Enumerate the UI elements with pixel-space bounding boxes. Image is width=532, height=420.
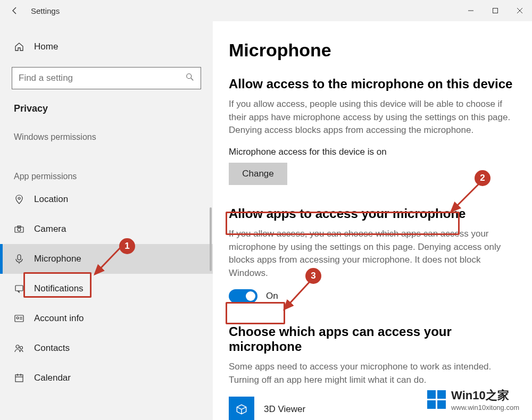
- device-access-status: Microphone access for this device is on: [229, 147, 516, 157]
- window-title: Settings: [31, 6, 60, 15]
- maximize-button[interactable]: [483, 0, 508, 21]
- minimize-button[interactable]: [459, 0, 483, 21]
- section-choose-apps-title: Choose which apps can access your microp…: [229, 324, 516, 354]
- home-icon: [14, 41, 24, 52]
- section-allow-device-desc: If you allow access, people using this d…: [229, 98, 516, 137]
- search-box[interactable]: [12, 67, 201, 89]
- sidebar-item-label: Contacts: [34, 343, 70, 354]
- sidebar-scrollbar[interactable]: [210, 207, 212, 271]
- sidebar-item-location[interactable]: Location: [0, 184, 213, 214]
- app-icon-3d-viewer: [229, 397, 254, 420]
- sidebar-item-label: Calendar: [34, 373, 71, 383]
- svg-point-14: [16, 345, 19, 348]
- svg-point-2: [187, 74, 192, 79]
- sidebar-item-microphone[interactable]: Microphone: [0, 244, 213, 274]
- camera-icon: [14, 224, 24, 234]
- sidebar-item-notifications[interactable]: Notifications: [0, 274, 213, 304]
- window-controls: [459, 0, 532, 21]
- calendar-icon: [14, 373, 24, 383]
- microphone-icon: [14, 254, 24, 264]
- section-allow-device-title: Allow access to the microphone on this d…: [229, 77, 516, 91]
- app-name: 3D Viewer: [264, 404, 305, 415]
- svg-line-3: [191, 78, 193, 80]
- svg-point-6: [18, 228, 21, 231]
- annotation-badge-2: 2: [475, 170, 491, 186]
- svg-point-4: [18, 197, 20, 199]
- search-icon: [186, 73, 194, 83]
- watermark: Win10之家 www.win10xitong.com: [425, 387, 521, 413]
- back-button[interactable]: [4, 0, 26, 21]
- sidebar-item-home[interactable]: Home: [0, 32, 213, 62]
- watermark-url: www.win10xitong.com: [451, 404, 519, 411]
- svg-rect-9: [15, 285, 23, 291]
- windows-logo-icon: [427, 390, 446, 409]
- svg-rect-1: [493, 9, 498, 13]
- svg-rect-8: [18, 255, 21, 260]
- section-allow-apps-title: Allow apps to access your microphone: [229, 206, 516, 221]
- toggle-label: On: [266, 291, 278, 301]
- sidebar-item-label: Account info: [34, 313, 84, 324]
- page-title: Microphone: [229, 40, 516, 61]
- titlebar: Settings: [0, 0, 532, 21]
- annotation-badge-3: 3: [305, 268, 321, 284]
- sidebar-group-app-permissions: App permissions: [0, 145, 213, 184]
- allow-apps-toggle[interactable]: [229, 289, 257, 303]
- sidebar-item-label: Notifications: [34, 283, 84, 294]
- sidebar-item-label: Location: [34, 194, 68, 205]
- sidebar-item-label: Home: [34, 41, 58, 52]
- sidebar-item-contacts[interactable]: Contacts: [0, 333, 213, 363]
- sidebar-item-account-info[interactable]: Account info: [0, 304, 213, 333]
- sidebar-group-windows-permissions: Windows permissions: [0, 119, 213, 145]
- search-input[interactable]: [19, 73, 180, 83]
- sidebar-item-label: Microphone: [34, 254, 81, 264]
- sidebar-item-calendar[interactable]: Calendar: [0, 363, 213, 393]
- svg-point-11: [16, 317, 19, 319]
- sidebar-category: Privacy: [0, 93, 213, 119]
- location-icon: [14, 194, 24, 205]
- sidebar-item-camera[interactable]: Camera: [0, 214, 213, 244]
- svg-point-15: [20, 347, 23, 349]
- sidebar-item-label: Camera: [34, 224, 66, 234]
- content-area: Microphone Allow access to the microphon…: [213, 21, 532, 420]
- section-allow-apps-desc: If you allow access, you can choose whic…: [229, 228, 516, 280]
- section-choose-apps-desc: Some apps need to access your microphone…: [229, 360, 516, 387]
- close-button[interactable]: [508, 0, 532, 21]
- contacts-icon: [14, 343, 24, 354]
- account-icon: [14, 313, 24, 324]
- change-button[interactable]: Change: [229, 163, 287, 185]
- sidebar: Home Privacy Windows permissions App per…: [0, 21, 213, 420]
- notifications-icon: [14, 283, 24, 294]
- svg-rect-10: [15, 315, 23, 322]
- watermark-title: Win10之家: [451, 388, 519, 404]
- svg-rect-16: [15, 375, 23, 382]
- annotation-badge-1: 1: [119, 238, 135, 254]
